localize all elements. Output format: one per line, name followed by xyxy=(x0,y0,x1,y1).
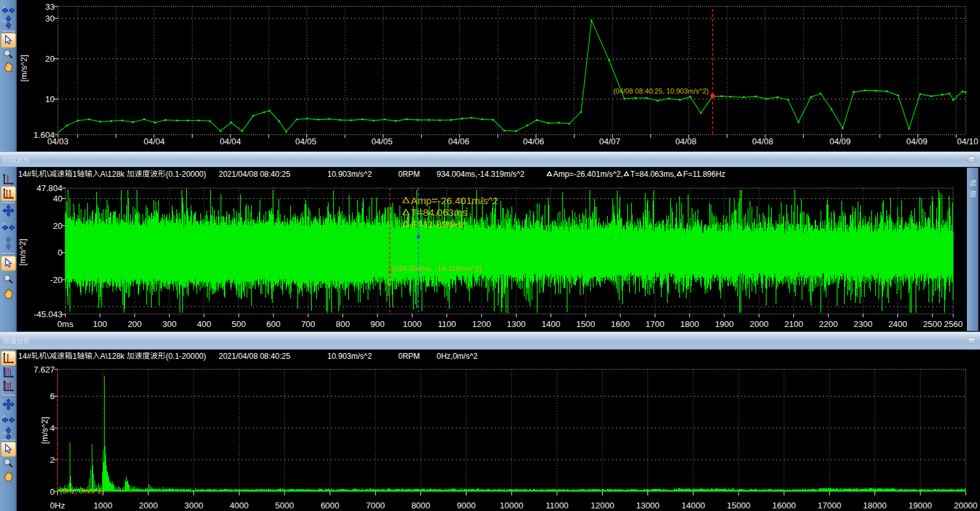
svg-text:A\128k: A\128k xyxy=(100,352,125,361)
svg-text:14#: 14# xyxy=(18,170,31,179)
svg-text:19000: 19000 xyxy=(908,501,932,510)
svg-text:9000: 9000 xyxy=(457,501,476,510)
svg-text:7000: 7000 xyxy=(366,501,385,510)
svg-text:2200: 2200 xyxy=(819,319,838,329)
svg-text:40: 40 xyxy=(53,194,62,203)
svg-text:2560: 2560 xyxy=(944,319,962,329)
svg-text:04/07: 04/07 xyxy=(599,137,621,146)
svg-text:14#: 14# xyxy=(18,352,31,361)
svg-text:200: 200 xyxy=(128,319,142,329)
svg-text:100: 100 xyxy=(93,319,107,329)
svg-text:6000: 6000 xyxy=(321,501,340,510)
svg-text:04/04: 04/04 xyxy=(144,137,165,146)
svg-text:2: 2 xyxy=(50,455,55,465)
svg-text:6: 6 xyxy=(50,391,55,401)
svg-text:2000: 2000 xyxy=(139,501,158,510)
svg-text:300: 300 xyxy=(162,319,176,329)
svg-text:1300: 1300 xyxy=(507,319,526,329)
svg-text:2500: 2500 xyxy=(923,319,942,329)
svg-text:3000: 3000 xyxy=(184,501,203,510)
svg-text:47.804: 47.804 xyxy=(36,183,62,193)
svg-text:-45.043: -45.043 xyxy=(34,309,62,319)
svg-text:2300: 2300 xyxy=(854,319,873,329)
svg-text:500: 500 xyxy=(232,319,246,329)
svg-text:10.903m/s^2: 10.903m/s^2 xyxy=(327,170,372,179)
svg-text:1100: 1100 xyxy=(438,319,456,329)
svg-text:-20: -20 xyxy=(50,275,62,285)
svg-text:1500: 1500 xyxy=(576,319,595,329)
svg-text:04/06: 04/06 xyxy=(523,137,545,146)
svg-text:(0.1-20000): (0.1-20000) xyxy=(166,170,206,179)
svg-text:16000: 16000 xyxy=(772,501,796,510)
svg-text:400: 400 xyxy=(197,319,211,329)
svg-text:2400: 2400 xyxy=(888,319,907,329)
svg-text:04/09: 04/09 xyxy=(906,137,928,146)
svg-text:1000: 1000 xyxy=(94,501,113,510)
svg-text:15000: 15000 xyxy=(727,501,750,510)
svg-text:A\128k: A\128k xyxy=(100,170,125,179)
svg-text:1900: 1900 xyxy=(715,319,734,329)
svg-text:0: 0 xyxy=(50,487,55,497)
svg-text:12000: 12000 xyxy=(591,501,614,510)
svg-text:20000: 20000 xyxy=(954,501,977,510)
svg-text:1: 1 xyxy=(72,352,77,361)
svg-text:04/04: 04/04 xyxy=(220,137,241,146)
svg-text:0RPM: 0RPM xyxy=(398,170,420,179)
svg-text:2021/04/08 08:40:25: 2021/04/08 08:40:25 xyxy=(219,170,290,179)
svg-text:04/06: 04/06 xyxy=(448,137,470,146)
svg-text:0RPM: 0RPM xyxy=(398,352,420,361)
svg-text:1400: 1400 xyxy=(541,319,560,329)
svg-text:04/09: 04/09 xyxy=(830,137,851,146)
svg-text:934.004ms,-14.319m/s^2: 934.004ms,-14.319m/s^2 xyxy=(437,170,524,179)
svg-text:30: 30 xyxy=(46,14,55,23)
svg-text:0: 0 xyxy=(58,248,62,257)
svg-text:0Hz: 0Hz xyxy=(50,501,65,510)
svg-text:5000: 5000 xyxy=(275,501,294,510)
svg-text:10.903m/s^2: 10.903m/s^2 xyxy=(327,352,372,361)
svg-text:04/03: 04/03 xyxy=(48,137,69,146)
svg-text:1800: 1800 xyxy=(680,319,699,329)
svg-text:14000: 14000 xyxy=(681,501,705,510)
svg-text:04/05: 04/05 xyxy=(372,137,393,146)
svg-text:4: 4 xyxy=(50,423,55,433)
svg-text:(04/08 08:40:25, 10.903m/s^2): (04/08 08:40:25, 10.903m/s^2) xyxy=(613,87,709,95)
svg-text:2100: 2100 xyxy=(784,319,803,329)
svg-text:T=84.063ms,: T=84.063ms, xyxy=(630,170,675,179)
svg-text:F=11.896Hz: F=11.896Hz xyxy=(683,170,726,179)
svg-text:17000: 17000 xyxy=(818,501,841,510)
svg-text:10: 10 xyxy=(46,94,55,104)
svg-text:Amp=-26.401m/s^2,: Amp=-26.401m/s^2, xyxy=(553,170,623,179)
svg-text:800: 800 xyxy=(336,319,350,329)
svg-text:0Hz,0m/s^2: 0Hz,0m/s^2 xyxy=(437,352,478,361)
svg-text:13000: 13000 xyxy=(636,501,659,510)
svg-text:900: 900 xyxy=(370,319,385,329)
svg-text:7.627: 7.627 xyxy=(33,365,55,374)
svg-text:20: 20 xyxy=(46,54,55,64)
svg-text:1200: 1200 xyxy=(472,319,491,329)
svg-text:F=11.896Hz: F=11.896Hz xyxy=(411,218,465,229)
svg-text:2021/04/08 08:40:25: 2021/04/08 08:40:25 xyxy=(219,352,290,361)
svg-text:18000: 18000 xyxy=(863,501,886,510)
svg-text:04/08: 04/08 xyxy=(752,137,774,146)
svg-text:[m/s^2]: [m/s^2] xyxy=(40,417,49,444)
svg-text:1600: 1600 xyxy=(611,319,630,329)
svg-text:0ms: 0ms xyxy=(57,319,74,329)
svg-text:Amp=-26.401m/s^2: Amp=-26.401m/s^2 xyxy=(411,195,498,206)
svg-text:04/08: 04/08 xyxy=(675,137,697,146)
svg-text:20: 20 xyxy=(53,221,62,231)
svg-text:33: 33 xyxy=(46,2,55,12)
svg-text:11000: 11000 xyxy=(545,501,568,510)
svg-text:04/05: 04/05 xyxy=(295,137,317,146)
svg-text:700: 700 xyxy=(301,319,316,329)
svg-text:1000: 1000 xyxy=(403,319,422,329)
svg-text:(0.1-20000): (0.1-20000) xyxy=(166,352,206,361)
svg-text:[m/s^2]: [m/s^2] xyxy=(19,55,29,82)
svg-text:[m/s^2]: [m/s^2] xyxy=(18,239,27,266)
svg-text:04/10: 04/10 xyxy=(957,137,979,146)
svg-text:1700: 1700 xyxy=(646,319,664,329)
svg-text:2000: 2000 xyxy=(750,319,769,329)
svg-text:10000: 10000 xyxy=(500,501,523,510)
svg-text:T=84.063ms: T=84.063ms xyxy=(411,207,467,218)
svg-text:600: 600 xyxy=(266,319,280,329)
svg-text:(0Hz, 0m/s^2): (0Hz, 0m/s^2) xyxy=(60,487,104,495)
